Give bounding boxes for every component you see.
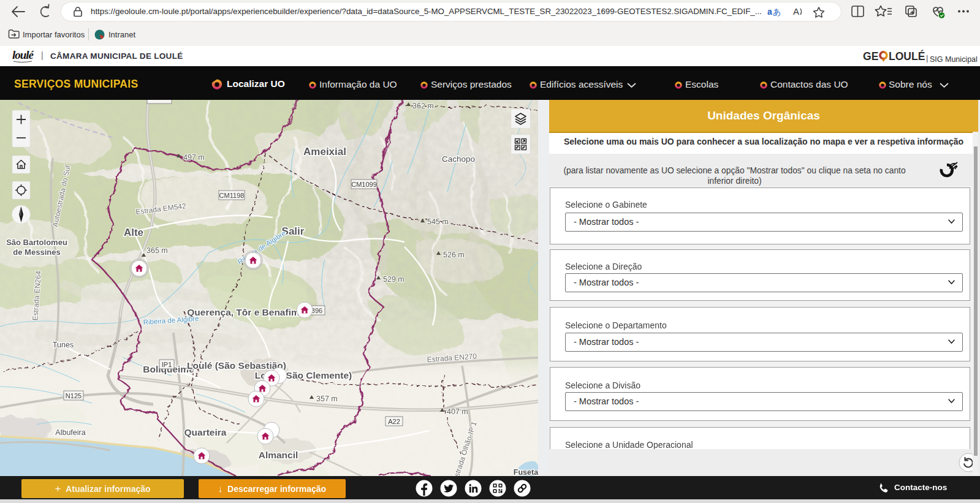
svg-text:Almancil: Almancil: [259, 450, 298, 460]
svg-text:Querença, Tôr e Benafim: Querença, Tôr e Benafim: [187, 307, 299, 317]
svg-text:あ: あ: [773, 7, 781, 17]
svg-text:IP1: IP1: [162, 361, 172, 368]
svg-text:365 m: 365 m: [146, 246, 168, 255]
svg-text:Tunes: Tunes: [53, 341, 74, 349]
svg-text:São Bartolomeu: São Bartolomeu: [6, 238, 67, 247]
svg-text:a: a: [767, 7, 772, 17]
svg-text:407 m: 407 m: [447, 407, 468, 416]
svg-text:497 m: 497 m: [183, 153, 205, 162]
svg-text:A22: A22: [388, 418, 400, 425]
svg-text:A: A: [793, 6, 799, 17]
svg-text:526 m: 526 m: [443, 251, 465, 259]
svg-text:362 m: 362 m: [412, 102, 434, 110]
svg-text:Quarteira: Quarteira: [184, 427, 227, 437]
svg-text:357 m: 357 m: [316, 395, 338, 403]
svg-text:loulé: loulé: [12, 48, 34, 61]
svg-text:Fuseta: Fuseta: [514, 468, 539, 476]
svg-text:Alte: Alte: [124, 227, 143, 238]
svg-text:de Messines: de Messines: [13, 248, 60, 257]
svg-text:Albufeira: Albufeira: [55, 428, 85, 437]
svg-text:Cachopo: Cachopo: [442, 154, 475, 164]
svg-text:529 m: 529 m: [383, 275, 405, 284]
svg-text:Loulé (São Sebastião): Loulé (São Sebastião): [187, 360, 286, 371]
svg-text:N125: N125: [66, 392, 82, 399]
svg-text:396: 396: [311, 307, 322, 314]
svg-text:CM1099: CM1099: [351, 181, 377, 188]
svg-text:Ameixial: Ameixial: [303, 146, 346, 157]
svg-text:CM1198: CM1198: [219, 192, 245, 199]
svg-text:545 m: 545 m: [427, 217, 449, 226]
